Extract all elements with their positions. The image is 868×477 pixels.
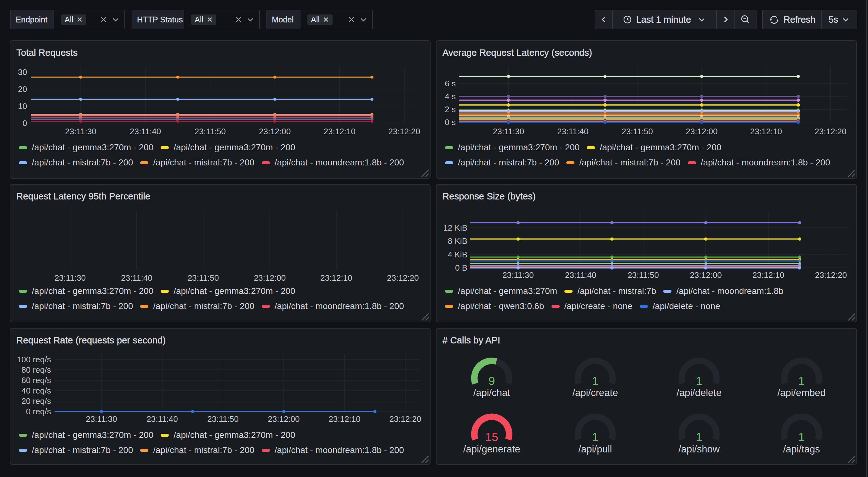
svg-text:23:12:00: 23:12:00 xyxy=(690,270,721,280)
svg-text:23:11:50: 23:11:50 xyxy=(188,273,219,282)
svg-text:4 s: 4 s xyxy=(445,92,456,101)
svg-text:23:11:40: 23:11:40 xyxy=(565,270,596,280)
svg-text:23:11:50: 23:11:50 xyxy=(195,127,226,136)
svg-text:23:11:30: 23:11:30 xyxy=(493,127,524,136)
svg-text:0: 0 xyxy=(23,118,27,128)
svg-text:1: 1 xyxy=(592,375,599,388)
svg-text:8 KiB: 8 KiB xyxy=(448,236,467,246)
svg-text:15: 15 xyxy=(485,431,498,444)
svg-text:20 req/s: 20 req/s xyxy=(22,396,51,406)
svg-text:23:12:20: 23:12:20 xyxy=(814,127,846,136)
svg-text:23:12:10: 23:12:10 xyxy=(320,273,352,282)
svg-text:23:12:00: 23:12:00 xyxy=(259,127,291,136)
svg-text:40 req/s: 40 req/s xyxy=(22,386,51,395)
svg-text:6 s: 6 s xyxy=(445,79,456,88)
svg-text:10: 10 xyxy=(18,101,27,111)
svg-text:0 req/s: 0 req/s xyxy=(26,407,51,416)
svg-text:12 KiB: 12 KiB xyxy=(443,223,467,233)
svg-text:9: 9 xyxy=(489,375,495,388)
svg-text:23:12:20: 23:12:20 xyxy=(389,414,421,424)
svg-text:23:12:20: 23:12:20 xyxy=(388,127,420,136)
svg-text:30: 30 xyxy=(18,67,27,77)
svg-text:23:12:20: 23:12:20 xyxy=(387,273,418,282)
svg-text:23:12:00: 23:12:00 xyxy=(268,414,300,424)
svg-text:23:12:00: 23:12:00 xyxy=(254,273,286,282)
svg-text:23:11:50: 23:11:50 xyxy=(207,414,239,424)
svg-text:23:12:10: 23:12:10 xyxy=(750,127,782,136)
svg-text:1: 1 xyxy=(592,431,599,444)
svg-text:23:12:20: 23:12:20 xyxy=(815,270,847,280)
svg-text:23:12:10: 23:12:10 xyxy=(329,414,360,424)
svg-text:23:11:30: 23:11:30 xyxy=(502,270,533,280)
svg-text:23:11:40: 23:11:40 xyxy=(121,273,152,282)
svg-text:23:11:40: 23:11:40 xyxy=(557,127,588,136)
svg-text:23:12:10: 23:12:10 xyxy=(752,270,784,280)
svg-text:23:11:30: 23:11:30 xyxy=(55,273,86,282)
svg-text:2 s: 2 s xyxy=(445,105,456,114)
svg-text:1: 1 xyxy=(696,431,702,444)
svg-text:23:11:50: 23:11:50 xyxy=(622,127,653,136)
svg-text:23:11:50: 23:11:50 xyxy=(628,270,659,280)
svg-text:0 B: 0 B xyxy=(455,263,467,272)
svg-text:80 req/s: 80 req/s xyxy=(22,365,51,375)
svg-text:1: 1 xyxy=(696,375,702,388)
svg-text:20: 20 xyxy=(18,84,27,94)
svg-text:23:11:30: 23:11:30 xyxy=(65,127,96,136)
svg-text:23:12:10: 23:12:10 xyxy=(323,127,355,136)
svg-text:23:12:00: 23:12:00 xyxy=(686,127,717,136)
svg-text:23:11:30: 23:11:30 xyxy=(86,414,117,424)
svg-text:60 req/s: 60 req/s xyxy=(22,376,51,385)
svg-text:1: 1 xyxy=(798,375,805,388)
svg-text:23:11:40: 23:11:40 xyxy=(130,127,161,136)
svg-text:23:11:40: 23:11:40 xyxy=(147,414,178,424)
svg-text:0 s: 0 s xyxy=(445,118,456,127)
svg-text:100 req/s: 100 req/s xyxy=(17,355,51,364)
svg-text:1: 1 xyxy=(798,431,805,444)
svg-text:4 KiB: 4 KiB xyxy=(448,250,467,259)
